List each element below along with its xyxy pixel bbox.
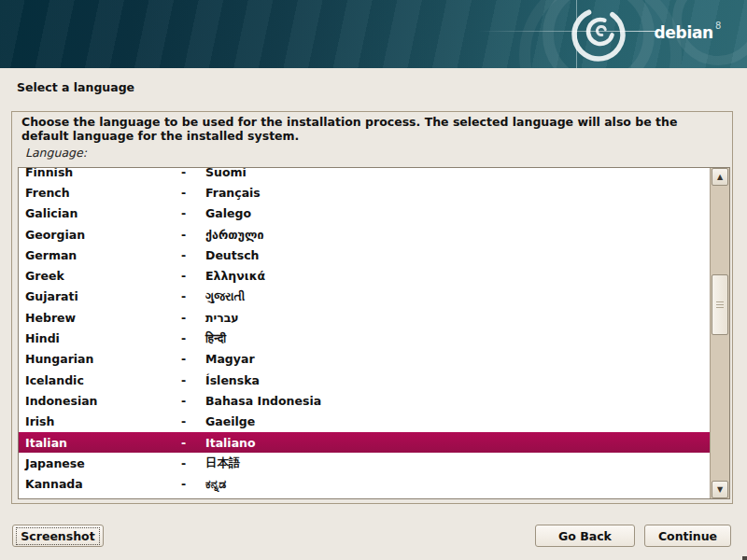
separator-dash: -	[181, 269, 205, 283]
separator-dash: -	[181, 456, 205, 470]
list-item[interactable]: Hungarian-Magyar	[19, 349, 710, 370]
screenshot-button-label: Screenshot	[21, 529, 94, 543]
language-native-name: ಕನ್ನಡ	[205, 477, 710, 492]
cursor-artifact	[742, 556, 747, 560]
language-rows-viewport: Finnish-SuomiFrench-FrançaisGalician-Gal…	[19, 168, 710, 498]
separator-dash: -	[181, 206, 205, 220]
list-item[interactable]: Galician-Galego	[19, 203, 710, 224]
separator-dash: -	[181, 248, 205, 262]
debian-swirl-icon	[542, 0, 663, 68]
separator-dash: -	[181, 168, 205, 179]
list-item[interactable]: Hebrew-עברית	[19, 307, 710, 328]
language-label: Language:	[25, 146, 87, 160]
language-english-name: Finnish	[25, 168, 181, 179]
language-english-name: Italian	[25, 436, 181, 450]
list-item[interactable]: Gujarati-ગુજરાતી	[19, 287, 710, 307]
language-native-name: Magyar	[205, 352, 710, 366]
brand-logo-text: debian	[654, 23, 712, 42]
language-english-name: Irish	[25, 414, 181, 428]
scroll-up-button[interactable]: ▲	[712, 168, 728, 186]
crosshair-vertical-line	[576, 0, 577, 68]
screenshot-button[interactable]: Screenshot	[12, 525, 104, 547]
scrollbar-thumb[interactable]	[712, 274, 728, 335]
banner: debian8	[0, 0, 747, 68]
separator-dash: -	[181, 228, 205, 242]
separator-dash: -	[181, 373, 205, 387]
continue-button[interactable]: Continue	[644, 525, 731, 547]
language-english-name: Hungarian	[25, 352, 181, 366]
scroll-down-icon: ▼	[712, 482, 727, 497]
language-native-name: हिन्दी	[205, 331, 710, 346]
list-item[interactable]: French-Français	[19, 182, 710, 203]
separator-dash: -	[181, 352, 205, 366]
language-native-name: ქართული	[205, 228, 710, 242]
dialog-frame: Choose the language to be used for the i…	[11, 111, 733, 504]
thumb-grip-icon	[716, 301, 724, 309]
language-native-name: Ελληνικά	[205, 269, 710, 283]
go-back-button[interactable]: Go Back	[535, 525, 635, 547]
scrollbar-track[interactable]	[711, 187, 729, 480]
separator-dash: -	[181, 311, 205, 325]
language-english-name: Indonesian	[25, 394, 181, 408]
language-english-name: Greek	[25, 269, 181, 283]
language-english-name: French	[25, 186, 181, 200]
separator-dash: -	[181, 331, 205, 345]
list-item[interactable]: Greek-Ελληνικά	[19, 265, 710, 286]
language-english-name: Kannada	[25, 477, 181, 491]
language-native-name: Français	[205, 186, 710, 200]
scrollbar[interactable]: ▲ ▼	[710, 168, 729, 498]
list-item[interactable]: Georgian-ქართული	[19, 224, 710, 245]
language-english-name: Icelandic	[25, 373, 181, 387]
language-native-name: Bahasa Indonesia	[205, 394, 710, 408]
list-item[interactable]: Indonesian-Bahasa Indonesia	[19, 390, 710, 411]
language-native-name: Íslenska	[205, 373, 710, 387]
language-english-name: Hindi	[25, 331, 181, 345]
language-list[interactable]: Finnish-SuomiFrench-FrançaisGalician-Gal…	[18, 167, 730, 499]
language-english-name: German	[25, 248, 181, 262]
page-title: Select a language	[17, 80, 134, 94]
language-native-name: Gaeilge	[205, 414, 710, 428]
separator-dash: -	[181, 394, 205, 408]
list-item[interactable]: Finnish-Suomi	[19, 168, 710, 182]
brand-logo: debian8	[654, 20, 721, 42]
list-item[interactable]: Japanese-日本語	[19, 453, 710, 473]
brand-version: 8	[715, 21, 721, 31]
crosshair-horizontal-line	[478, 31, 657, 32]
language-native-name: ગુજરાતી	[205, 289, 710, 304]
list-item[interactable]: Kannada-ಕನ್ನಡ	[19, 473, 710, 494]
language-english-name: Japanese	[25, 456, 181, 470]
scroll-down-button[interactable]: ▼	[712, 481, 728, 498]
language-english-name: Galician	[25, 206, 181, 220]
dialog-description: Choose the language to be used for the i…	[21, 116, 720, 143]
language-native-name: Italiano	[205, 436, 710, 450]
separator-dash: -	[181, 186, 205, 200]
language-native-name: Deutsch	[205, 248, 710, 262]
list-item[interactable]: Irish-Gaeilge	[19, 412, 710, 432]
separator-dash: -	[181, 436, 205, 450]
language-native-name: 日本語	[205, 455, 710, 471]
list-item[interactable]: Italian-Italiano	[19, 432, 710, 453]
language-native-name: עברית	[205, 311, 710, 325]
separator-dash: -	[181, 289, 205, 303]
focus-ring: Screenshot	[16, 527, 100, 545]
language-native-name: Galego	[205, 206, 710, 220]
language-english-name: Georgian	[25, 228, 181, 242]
language-native-name: Suomi	[205, 168, 710, 179]
list-item[interactable]: German-Deutsch	[19, 245, 710, 265]
scroll-up-icon: ▲	[712, 169, 727, 185]
separator-dash: -	[181, 477, 205, 491]
language-rows: Finnish-SuomiFrench-FrançaisGalician-Gal…	[19, 168, 710, 495]
installer-window: debian8 Select a language Choose the lan…	[0, 0, 747, 560]
separator-dash: -	[181, 414, 205, 428]
language-english-name: Gujarati	[25, 289, 181, 303]
list-item[interactable]: Hindi-हिन्दी	[19, 328, 710, 348]
list-item[interactable]: Icelandic-Íslenska	[19, 370, 710, 390]
language-english-name: Hebrew	[25, 311, 181, 325]
